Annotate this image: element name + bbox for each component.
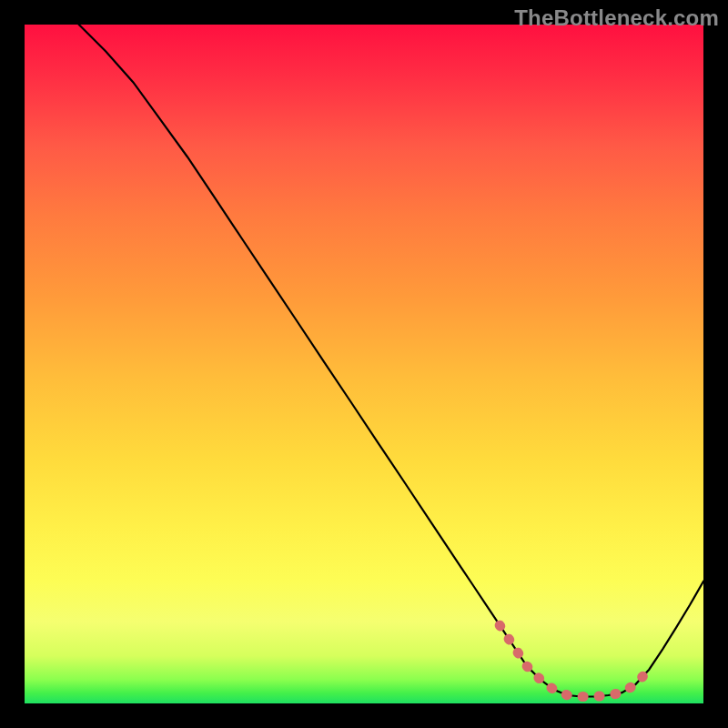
- gradient-plot-area: [25, 25, 703, 703]
- bottleneck-curve: [79, 25, 703, 697]
- chart-svg: [25, 25, 703, 703]
- watermark-text: TheBottleneck.com: [514, 5, 719, 31]
- sweet-spot-marker: [500, 625, 649, 696]
- stage: TheBottleneck.com: [0, 0, 728, 728]
